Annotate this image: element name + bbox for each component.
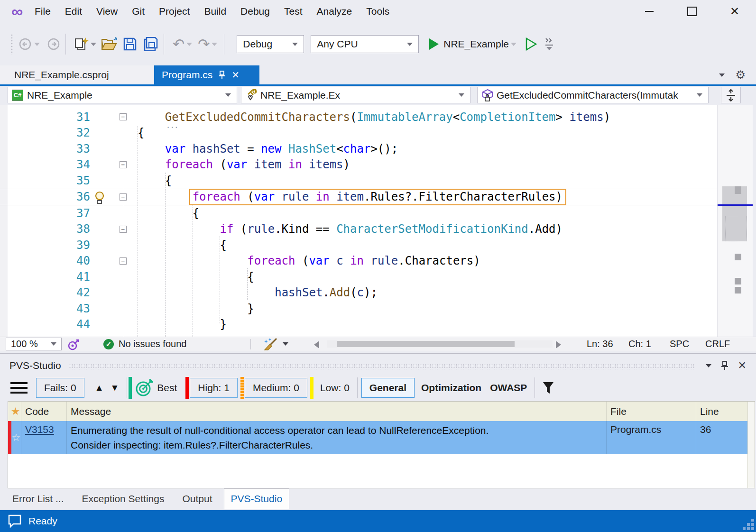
tab-nre-example-csproj[interactable]: NRE_Example.csproj (0, 65, 154, 84)
feedback-icon[interactable] (8, 514, 22, 528)
open-file-button[interactable] (101, 37, 118, 51)
close-panel-icon[interactable]: ✕ (738, 359, 747, 372)
menu-item-tools[interactable]: Tools (359, 6, 396, 17)
spaces-indicator[interactable]: SPC (670, 339, 689, 349)
scroll-right-icon[interactable] (556, 341, 561, 349)
fold-toggle[interactable]: − (120, 226, 127, 233)
zoom-dropdown[interactable]: 100 % (6, 338, 62, 350)
close-button[interactable]: ✕ (713, 0, 756, 23)
save-all-button[interactable] (143, 37, 159, 51)
redo-dropdown[interactable] (212, 43, 217, 46)
line-indicator[interactable]: Ln: 36 (587, 339, 613, 349)
code-line-38[interactable]: 38−if (rule.Kind == CharacterSetModifica… (0, 221, 717, 238)
code-line-44[interactable]: 44} (0, 317, 717, 333)
code-line-36[interactable]: 36−foreach (var rule in item.Rules?.Filt… (0, 189, 717, 206)
editor-vertical-scrollbar[interactable] (717, 105, 753, 337)
run-target-dropdown[interactable] (511, 43, 516, 46)
scrollbar-thumb[interactable] (337, 341, 515, 347)
sort-ascending-icon[interactable]: ▲ (95, 383, 104, 393)
pin-icon[interactable] (218, 71, 226, 79)
tab-general[interactable]: General (361, 378, 415, 398)
menu-item-analyze[interactable]: Analyze (309, 6, 359, 17)
favorite-star-icon[interactable]: ☆ (8, 421, 21, 454)
undo-button[interactable]: ↶ (173, 37, 184, 51)
menu-hamburger-icon[interactable] (10, 382, 28, 394)
menu-item-view[interactable]: View (89, 6, 125, 17)
sort-descending-icon[interactable]: ▼ (111, 383, 120, 393)
lightbulb-icon[interactable] (93, 191, 106, 205)
solution-platform-dropdown[interactable]: Any CPU (311, 35, 419, 53)
column-header-line[interactable]: Line (696, 402, 748, 421)
window-resize-grip[interactable] (738, 514, 754, 530)
tab-list-chevron-icon[interactable] (719, 73, 725, 77)
code-line-33[interactable]: 33var hashSet = new HashSet<char>(); (0, 141, 717, 157)
code-line-34[interactable]: 34−foreach (var item in items) (0, 157, 717, 173)
tool-window-tab-exception-settings[interactable]: Exception Settings (75, 489, 171, 509)
menu-item-build[interactable]: Build (197, 6, 233, 17)
high-filter-button[interactable]: High: 1 (190, 378, 238, 398)
code-line-41[interactable]: 41{ (0, 269, 717, 285)
medium-filter-button[interactable]: Medium: 0 (245, 378, 307, 398)
fold-toggle[interactable]: − (120, 193, 127, 201)
code-line-35[interactable]: 35{ (0, 173, 717, 189)
undo-dropdown[interactable] (186, 43, 192, 46)
navigate-back-button[interactable] (18, 37, 32, 51)
toolbar-grip[interactable] (10, 34, 13, 55)
code-line-43[interactable]: 43} (0, 301, 717, 317)
navigate-forward-button[interactable] (46, 37, 61, 51)
code-cleanup-broom-icon[interactable] (262, 338, 278, 351)
panel-drag-texture[interactable] (69, 364, 695, 369)
type-dropdown[interactable]: NRE_Example.Ex (241, 87, 470, 103)
window-position-chevron-icon[interactable] (706, 364, 711, 367)
code-line-31[interactable]: 31−GetExcludedCommitCharacters(Immutable… (0, 109, 717, 125)
tool-window-tab-output[interactable]: Output (175, 489, 219, 509)
column-header-code[interactable]: Code (21, 402, 67, 421)
diagnostic-row[interactable]: ☆V3153Enumerating the result of null-con… (8, 421, 755, 454)
solution-configuration-dropdown[interactable]: Debug (237, 35, 304, 53)
menu-item-project[interactable]: Project (152, 6, 197, 17)
panel-title-bar[interactable]: PVS-Studio ✕ (0, 357, 756, 375)
fails-filter-button[interactable]: Fails: 0 (36, 378, 84, 398)
code-line-37[interactable]: 37{ (0, 205, 717, 221)
column-indicator[interactable]: Ch: 1 (628, 339, 651, 349)
scroll-left-icon[interactable] (314, 341, 319, 349)
column-header-file[interactable]: File (607, 402, 696, 421)
project-dropdown[interactable]: C# NRE_Example (8, 87, 237, 103)
filter-funnel-icon[interactable] (542, 381, 555, 394)
start-without-debugging-button[interactable] (525, 37, 537, 51)
menu-item-edit[interactable]: Edit (58, 6, 89, 17)
best-warnings-button[interactable]: Best (157, 382, 177, 394)
tab-owasp[interactable]: OWASP (490, 382, 527, 394)
new-item-dropdown[interactable] (91, 43, 96, 46)
menu-item-test[interactable]: Test (277, 6, 310, 17)
tool-window-tab-pvs-studio[interactable]: PVS-Studio (224, 488, 290, 509)
redo-button[interactable]: ↷ (198, 37, 210, 51)
tab-options-gear-icon[interactable]: ⚙ (735, 68, 746, 82)
split-editor-button[interactable] (721, 87, 741, 103)
low-filter-button[interactable]: Low: 0 (320, 382, 350, 394)
line-ending-indicator[interactable]: CRLF (705, 339, 730, 349)
toolbar-overflow-button[interactable] (545, 38, 553, 50)
close-tab-icon[interactable]: ✕ (231, 69, 240, 81)
new-item-button[interactable] (73, 36, 89, 52)
fold-toggle[interactable]: − (120, 161, 127, 168)
menu-item-debug[interactable]: Debug (233, 6, 277, 17)
menu-item-file[interactable]: File (28, 6, 58, 17)
code-editor[interactable]: 31−GetExcludedCommitCharacters(Immutable… (0, 105, 752, 337)
code-line-39[interactable]: 39{ (0, 237, 717, 253)
auto-hide-pin-icon[interactable] (721, 361, 728, 370)
code-line-32[interactable]: 32{ (0, 125, 717, 141)
tab-optimization[interactable]: Optimization (421, 382, 481, 394)
maximize-button[interactable] (671, 0, 713, 23)
diagnostic-code-link[interactable]: V3153 (25, 424, 54, 435)
column-header-message[interactable]: Message (67, 402, 607, 421)
health-message[interactable]: No issues found (119, 339, 186, 349)
run-target-button[interactable]: NRE_Example (443, 38, 509, 50)
fold-toggle[interactable]: − (120, 257, 127, 265)
horizontal-scrollbar[interactable] (327, 340, 553, 348)
best-target-icon[interactable] (135, 379, 153, 397)
favorite-star-icon[interactable]: ★ (8, 402, 21, 421)
tab-program-cs[interactable]: Program.cs ✕ (154, 65, 259, 84)
minimize-button[interactable] (628, 0, 671, 23)
document-health-icon[interactable] (67, 339, 80, 351)
